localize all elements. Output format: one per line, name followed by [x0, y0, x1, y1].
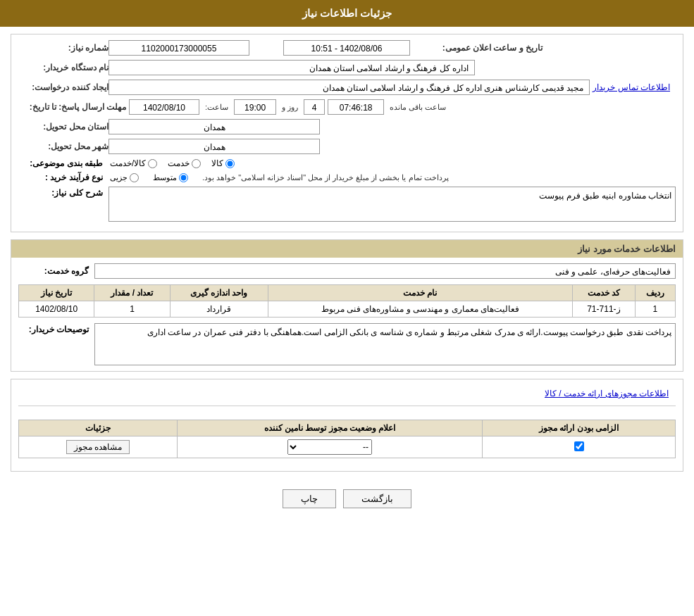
deadline-days: 4 — [304, 99, 325, 115]
license-table-row: --مشاهده مجوز — [19, 436, 676, 458]
col-header-name: نام خدمت — [268, 285, 572, 301]
deadline-row: مهلت ارسال پاسخ: تا تاریخ: 1402/08/10 سا… — [18, 99, 676, 115]
need-description-label: شرح کلی نیاز: — [18, 187, 103, 198]
purchase-jozii-item: جزیی — [110, 173, 139, 182]
col-header-row: ردیف — [635, 285, 675, 301]
purchase-motavasset-item: متوسط — [153, 173, 188, 182]
need-description-box: انتخاب مشاوره ابنیه طبق فرم پیوست — [109, 187, 676, 222]
purchase-type-row: نوع فرآیند خرید : جزیی متوسط پرداخت تمام… — [18, 172, 676, 182]
creator-contact-link[interactable]: اطلاعات تماس خریدار — [593, 82, 670, 92]
purchase-note: پرداخت تمام یا بخشی از مبلغ خریدار از مح… — [202, 173, 449, 182]
announce-date-value: 1402/08/06 - 10:51 — [283, 40, 410, 56]
footer-buttons: بازگشت چاپ — [11, 479, 683, 519]
table-row: 1ز-711-71فعالیت‌های معماری و مهندسی و مش… — [19, 301, 676, 318]
buyer-notes-row: توصیحات خریدار: پرداخت نقدی طبق درخواست … — [18, 323, 676, 365]
province-row: استان محل تحویل: همدان — [18, 119, 676, 134]
category-kala-radio[interactable] — [225, 159, 235, 168]
need-description-row: شرح کلی نیاز: انتخاب مشاوره ابنیه طبق فر… — [18, 187, 676, 222]
category-kala-khadamat-radio[interactable] — [148, 159, 157, 168]
main-info-section: شماره نیاز: 1102000173000055 1402/08/06 … — [11, 34, 683, 232]
service-group-value: فعالیت‌های حرفه‌ای، علمی و فنی — [94, 263, 676, 279]
need-number-row: شماره نیاز: 1102000173000055 1402/08/06 … — [18, 40, 676, 56]
col-header-unit: واحد اندازه گیری — [170, 285, 268, 301]
category-khadamat-radio[interactable] — [192, 159, 201, 168]
license-title[interactable]: اطلاعات مجوزهای ارائه خدمت / کالا — [18, 385, 676, 402]
buyer-notes-text: پرداخت نقدی طبق درخواست پیوست.ارائه ی مد… — [147, 327, 671, 337]
city-label: شهر محل تحویل: — [24, 142, 109, 151]
creator-row: ایجاد کننده درخواست: مجید قدیمی کارشناس … — [18, 80, 676, 95]
license-mandatory-checkbox[interactable] — [574, 441, 584, 451]
need-number-value: 1102000173000055 — [109, 40, 249, 56]
purchase-jozii-radio[interactable] — [130, 173, 139, 182]
need-description-text: انتخاب مشاوره ابنیه طبق فرم پیوست — [539, 191, 671, 201]
service-group-row: گروه خدمت: فعالیت‌های حرفه‌ای، علمی و فن… — [18, 263, 676, 279]
category-kala-khadamat-label: کالا/خدمت — [110, 158, 146, 168]
deadline-time: 19:00 — [234, 99, 276, 115]
category-kala-item: کالا — [211, 158, 235, 168]
deadline-days-label: روز و — [282, 103, 298, 112]
city-value: همدان — [109, 139, 320, 154]
buyer-row: نام دستگاه خریدار: اداره کل فرهنگ و ارشا… — [18, 60, 676, 75]
page-title: جزئیات اطلاعات نیاز — [302, 7, 392, 19]
province-value: همدان — [109, 119, 320, 134]
buyer-label: نام دستگاه خریدار: — [24, 63, 109, 73]
col-header-date: تاریخ نیاز — [19, 285, 94, 301]
purchase-motavasset-label: متوسط — [153, 173, 177, 182]
license-status-select[interactable]: -- — [287, 439, 372, 455]
buyer-notes-label: توصیحات خریدار: — [18, 323, 89, 334]
purchase-options: جزیی متوسط پرداخت تمام یا بخشی از مبلغ خ… — [110, 173, 449, 182]
license-divider — [18, 406, 676, 406]
services-inner: گروه خدمت: فعالیت‌های حرفه‌ای، علمی و فن… — [11, 258, 683, 371]
back-button[interactable]: بازگشت — [343, 489, 411, 508]
services-table: ردیف کد خدمت نام خدمت واحد اندازه گیری ت… — [18, 284, 676, 318]
deadline-time-label: ساعت: — [205, 103, 228, 112]
purchase-motavasset-radio[interactable] — [179, 173, 188, 182]
license-section: اطلاعات مجوزهای ارائه خدمت / کالا الزامی… — [11, 379, 683, 472]
purchase-type-label: نوع فرآیند خرید : — [18, 172, 103, 182]
category-kala-label: کالا — [211, 158, 223, 168]
deadline-date: 1402/08/10 — [129, 99, 199, 115]
content-area: شماره نیاز: 1102000173000055 1402/08/06 … — [0, 27, 694, 526]
announce-date-label: تاریخ و ساعت اعلان عمومی: — [416, 43, 543, 53]
license-col-details: جزئیات — [19, 420, 178, 436]
buyer-notes-box: پرداخت نقدی طبق درخواست پیوست.ارائه ی مد… — [94, 323, 676, 365]
services-section-title: اطلاعات خدمات مورد نیاز — [11, 240, 683, 258]
province-label: استان محل تحویل: — [24, 122, 109, 132]
category-kala-khadamat-item: کالا/خدمت — [110, 158, 157, 168]
deadline-remaining-label: ساعت باقی مانده — [390, 103, 446, 112]
services-section: اطلاعات خدمات مورد نیاز گروه خدمت: فعالی… — [11, 239, 683, 372]
col-header-code: کد خدمت — [573, 285, 636, 301]
license-col-mandatory: الزامی بودن ارائه مجوز — [483, 420, 676, 436]
deadline-label: مهلت ارسال پاسخ: تا تاریخ: — [24, 102, 126, 112]
page-wrapper: جزئیات اطلاعات نیاز شماره نیاز: 11020001… — [0, 0, 694, 616]
category-row: طبقه بندی موضوعی: کالا/خدمت خدمت کالا — [18, 158, 676, 168]
license-col-status: اعلام وضعیت مجوز توسط نامین کننده — [177, 420, 483, 436]
city-row: شهر محل تحویل: همدان — [18, 139, 676, 154]
purchase-jozii-label: جزیی — [110, 173, 128, 182]
view-license-button[interactable]: مشاهده مجوز — [66, 440, 130, 454]
need-number-label: شماره نیاز: — [24, 43, 109, 53]
page-header: جزئیات اطلاعات نیاز — [0, 0, 694, 27]
category-khadamat-label: خدمت — [168, 158, 190, 168]
col-header-count: تعداد / مقدار — [94, 285, 170, 301]
creator-label: ایجاد کننده درخواست: — [24, 82, 109, 92]
category-khadamat-item: خدمت — [168, 158, 201, 168]
license-table: الزامی بودن ارائه مجوز اعلام وضعیت مجوز … — [18, 420, 676, 458]
category-options: کالا/خدمت خدمت کالا — [110, 158, 235, 168]
buyer-value: اداره کل فرهنگ و ارشاد اسلامی استان همدا… — [109, 60, 475, 75]
category-label: طبقه بندی موضوعی: — [18, 158, 103, 168]
service-group-label: گروه خدمت: — [18, 266, 89, 276]
creator-value: مجید قدیمی کارشناس هنری اداره کل فرهنگ و… — [109, 80, 590, 95]
deadline-remaining: 07:46:18 — [328, 99, 384, 115]
print-button[interactable]: چاپ — [283, 489, 336, 508]
